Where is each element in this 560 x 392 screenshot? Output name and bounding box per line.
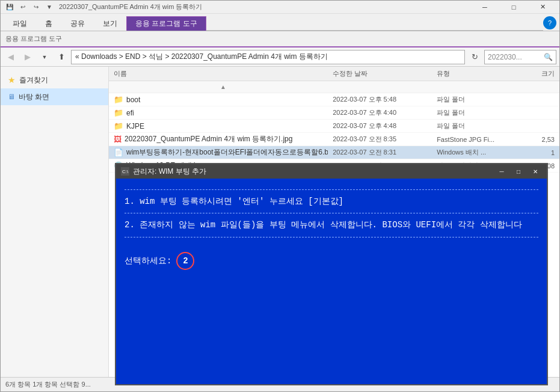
cmd-content: 1. wim 부팅 등록하시려면 '엔터' 누르세요 [기본값] 2. 존재하지… bbox=[116, 179, 547, 384]
sort-indicator: ▲ bbox=[220, 84, 226, 90]
cmd-dashed-line-3 bbox=[125, 237, 538, 237]
address-path[interactable]: « Downloads > END > 석님 > 20220307_Quantu… bbox=[71, 50, 465, 64]
dropdown-recent-button[interactable]: ▼ bbox=[37, 50, 52, 64]
sidebar: ★ 즐겨찾기 🖥 바탕 화면 bbox=[1, 67, 109, 377]
file-date: 2022-03-07 오후 4:40 bbox=[328, 108, 432, 117]
file-name: efi bbox=[126, 109, 134, 117]
sidebar-item-favorites[interactable]: ★ 즐겨찾기 bbox=[1, 72, 108, 88]
col-header-type[interactable]: 유형 bbox=[432, 69, 513, 78]
file-type: 파일 폴더 bbox=[432, 95, 513, 104]
file-type: FastStone JPG Fi... bbox=[432, 136, 513, 143]
file-type: 파일 폴더 bbox=[432, 121, 513, 130]
tab-view[interactable]: 보기 bbox=[94, 16, 126, 31]
col-header-size[interactable]: 크기 bbox=[513, 69, 559, 78]
table-row[interactable]: 🖼 20220307_QuantumPE Admin 4개 wim 등록하기.j… bbox=[109, 133, 559, 146]
tab-file[interactable]: 파일 bbox=[4, 16, 36, 31]
image-icon: 🖼 bbox=[114, 135, 122, 144]
ribbon-content: 응용 프로그램 도구 bbox=[1, 31, 559, 47]
star-icon: ★ bbox=[8, 75, 16, 85]
file-type: Windows 배치 ... bbox=[432, 148, 513, 157]
ribbon-tabs: 파일 홈 공유 보기 응용 프로그램 도구 ? bbox=[1, 14, 559, 31]
file-name: boot bbox=[126, 96, 140, 104]
file-size: 1 bbox=[513, 149, 559, 156]
undo-button[interactable]: ↩ bbox=[17, 2, 29, 13]
help-button[interactable]: ? bbox=[543, 16, 556, 29]
ribbon-info: 응용 프로그램 도구 bbox=[5, 34, 62, 43]
file-date: 2022-03-07 오전 8:35 bbox=[328, 135, 432, 144]
search-text: 2022030... bbox=[488, 53, 522, 61]
breadcrumb: « Downloads > END > 석님 > 20220307_Quantu… bbox=[75, 52, 328, 62]
file-date: 2022-03-07 오후 5:48 bbox=[328, 95, 432, 104]
tab-apptools[interactable]: 응용 프로그램 도구 bbox=[126, 16, 206, 31]
file-name: wim부팅등록하기-현재boot폴더와EFI폴더에자동으로등록할6.bat bbox=[126, 147, 328, 158]
cmd-icon: C:\ bbox=[121, 167, 129, 176]
cmd-icon-text: C:\ bbox=[122, 169, 128, 174]
address-bar: ◀ ▶ ▼ ⬆ « Downloads > END > 석님 > 2022030… bbox=[1, 47, 559, 67]
cmd-prompt-text: 선택하세요: bbox=[125, 254, 171, 268]
cmd-dashed-line-2 bbox=[125, 213, 538, 213]
back-button[interactable]: ◀ bbox=[4, 50, 18, 64]
file-size: 2,53 bbox=[513, 136, 559, 143]
cmd-close-button[interactable]: ✕ bbox=[529, 165, 542, 178]
search-icon: 🔍 bbox=[544, 53, 553, 61]
col-header-name[interactable]: 이름 bbox=[109, 69, 328, 78]
up-button[interactable]: ⬆ bbox=[54, 50, 69, 64]
cmd-title-text: 관리자: WIM 부팅 추가 bbox=[133, 167, 206, 177]
table-row[interactable]: 📁 boot 2022-03-07 오후 5:48 파일 폴더 bbox=[109, 93, 559, 106]
qa-dropdown-button[interactable]: ▼ bbox=[43, 2, 55, 13]
table-row[interactable]: 📁 efi 2022-03-07 오후 4:40 파일 폴더 bbox=[109, 106, 559, 120]
tab-home[interactable]: 홈 bbox=[36, 16, 61, 31]
sidebar-item-desktop-label: 바탕 화면 bbox=[19, 92, 49, 102]
file-list-header: 이름 수정한 날짜 유형 크기 bbox=[109, 67, 559, 81]
cmd-input-circle[interactable]: 2 bbox=[176, 252, 194, 270]
sidebar-item-favorites-label: 즐겨찾기 bbox=[19, 75, 48, 85]
explorer-window: 💾 ↩ ↪ ▼ 20220307_QuantumPE Admin 4개 wim … bbox=[0, 0, 560, 392]
table-row[interactable]: 📁 KJPE 2022-03-07 오후 4:48 파일 폴더 bbox=[109, 120, 559, 133]
file-name: KJPE bbox=[126, 122, 144, 130]
window-title-small: 20220307_QuantumPE Admin 4개 wim 등록하기 bbox=[59, 2, 202, 11]
file-name: 20220307_QuantumPE Admin 4개 wim 등록하기.jpg bbox=[125, 134, 292, 144]
quick-access-bar: 💾 ↩ ↪ ▼ 20220307_QuantumPE Admin 4개 wim … bbox=[1, 1, 559, 14]
col-header-date[interactable]: 수정한 날짜 bbox=[328, 69, 432, 78]
refresh-button[interactable]: ↻ bbox=[467, 50, 482, 64]
file-date: 2022-03-07 오후 4:48 bbox=[328, 121, 432, 130]
desktop-icon: 🖥 bbox=[8, 93, 15, 101]
sidebar-item-desktop[interactable]: 🖥 바탕 화면 bbox=[1, 88, 108, 105]
cmd-maximize-button[interactable]: □ bbox=[512, 165, 525, 178]
cmd-line-2: 2. 존재하지 않는 wim 파일(들)을 부팅 메뉴에서 삭제합니다. BIO… bbox=[125, 218, 538, 231]
cmd-title-bar: C:\ 관리자: WIM 부팅 추가 ─ □ ✕ bbox=[116, 164, 547, 179]
folder-icon: 📁 bbox=[114, 121, 123, 130]
file-date: 2022-03-07 오전 8:31 bbox=[328, 148, 432, 157]
folder-icon: 📁 bbox=[114, 108, 123, 117]
search-box[interactable]: 2022030... 🔍 bbox=[484, 50, 556, 64]
cmd-prompt-line: 선택하세요: 2 bbox=[125, 252, 538, 270]
folder-icon: 📁 bbox=[114, 95, 123, 104]
file-type: 파일 폴더 bbox=[432, 108, 513, 117]
tab-share[interactable]: 공유 bbox=[61, 16, 94, 31]
cmd-input-value: 2 bbox=[183, 256, 188, 266]
cmd-minimize-button[interactable]: ─ bbox=[495, 165, 508, 178]
cmd-dashed-line-1 bbox=[125, 189, 538, 190]
bat-icon: 📄 bbox=[114, 148, 123, 157]
save-button[interactable]: 💾 bbox=[4, 2, 16, 13]
table-row[interactable]: 📄 wim부팅등록하기-현재boot폴더와EFI폴더에자동으로등록할6.bat … bbox=[109, 146, 559, 159]
status-text: 6개 항목 1개 항목 선택함 9... bbox=[5, 380, 91, 389]
forward-button[interactable]: ▶ bbox=[20, 50, 35, 64]
cmd-window: C:\ 관리자: WIM 부팅 추가 ─ □ ✕ 1. wim 부팅 등록하시려… bbox=[115, 163, 548, 385]
redo-button[interactable]: ↪ bbox=[30, 2, 42, 13]
cmd-line-1: 1. wim 부팅 등록하시려면 '엔터' 누르세요 [기본값] bbox=[125, 195, 538, 208]
